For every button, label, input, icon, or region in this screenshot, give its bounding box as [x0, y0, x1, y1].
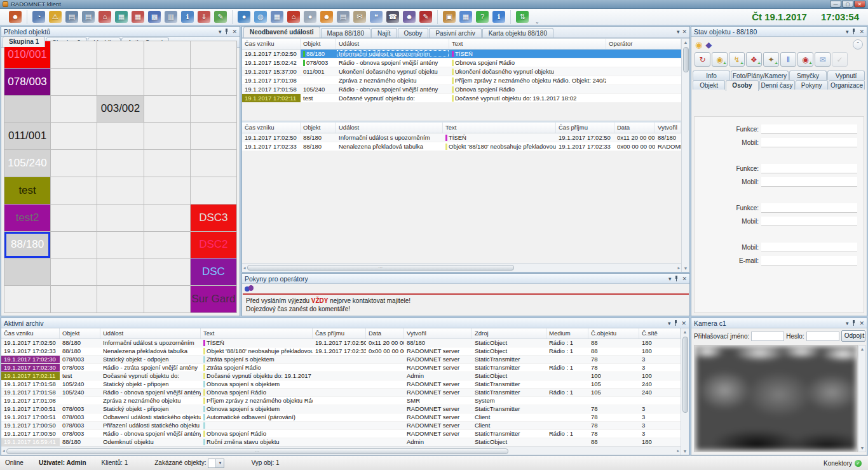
status-tab-objekt[interactable]: Objekt	[693, 80, 725, 90]
object-cell-011-001[interactable]: 011/001	[4, 123, 50, 149]
help-icon[interactable]: ?	[476, 11, 489, 23]
logout-user-icon[interactable]: ☻	[9, 11, 22, 23]
column-header[interactable]: Vytvořil	[404, 328, 472, 339]
events-tab-neodbaven-ud-losti[interactable]: Neodbavené události	[243, 27, 320, 37]
archive-row[interactable]: 19.1.2017 17:02:30078/003Statický objekt…	[1, 356, 681, 364]
column-header[interactable]: Zdroj	[472, 328, 546, 339]
field-input-mobil[interactable]	[761, 217, 857, 226]
field-input-funkce[interactable]	[761, 164, 857, 173]
object-cell-003-002[interactable]: 003/002	[97, 96, 143, 123]
status-tab-vypnut-[interactable]: Vypnutí	[827, 70, 865, 80]
event-row[interactable]: 19.1.2017 15:02:42078/003Rádio - obnova …	[242, 58, 681, 67]
object-cell-Sur-Gard[interactable]: Sur Gard	[191, 286, 236, 312]
mail-note-icon[interactable]: ✉	[815, 52, 831, 67]
column-header[interactable]: Čas vzniku	[1, 328, 60, 339]
add-lock-icon[interactable]: ◉+	[712, 52, 728, 67]
event-row[interactable]: 19.1.2017 17:01:58105/240Rádio - obnova …	[242, 85, 681, 94]
home-event-icon[interactable]: ⌂	[98, 11, 111, 23]
archive-row[interactable]: 19.1.2017 17:01:58105/240Rádio - obnova …	[1, 389, 681, 397]
archive-row[interactable]: 19.1.2017 17:00:51078/003Statický objekt…	[1, 405, 681, 413]
signature-icon[interactable]: ✎	[419, 11, 432, 23]
print-icon[interactable]: ▤	[337, 11, 349, 23]
events-tab-naj-t[interactable]: Najít	[371, 28, 397, 37]
column-header[interactable]: Objekt	[60, 328, 100, 339]
archive-row[interactable]: 19.1.2017 17:00:50078/003Přiřazení událo…	[1, 422, 681, 430]
event-detail-row[interactable]: 19.1.2017 17:02:5088/180Informační událo…	[242, 133, 681, 142]
events-tab-karta-objektu-88-180[interactable]: Karta objektu 88/180	[482, 28, 553, 37]
archive-row[interactable]: 19.1.2017 17:00:50078/003Rádio - obnova …	[1, 430, 681, 438]
pin-icon[interactable]	[674, 275, 679, 282]
reload-status-icon[interactable]: ↻	[695, 52, 710, 67]
pin-icon[interactable]	[851, 319, 857, 326]
column-header[interactable]: Data	[614, 123, 655, 133]
archive-vscrollbar[interactable]: ▲▼	[681, 328, 689, 455]
archive-cabinet-icon[interactable]: ▤	[65, 11, 78, 23]
object-cell-88-180[interactable]: 88/180	[4, 232, 50, 258]
calendar-info-icon[interactable]: ▦	[459, 11, 472, 23]
group-tab-skupina-1[interactable]: Skupina 1	[3, 36, 45, 47]
object-cell-078-003[interactable]: 078/003	[4, 69, 50, 95]
archive-row[interactable]: 19.1.2017 17:01:08Zpráva z neznámého obj…	[1, 397, 681, 405]
column-header[interactable]: Čas vzniku	[242, 123, 301, 133]
close-panel-icon[interactable]: ✕	[682, 276, 687, 282]
status-tab-smy-ky[interactable]: Smyčky	[789, 70, 827, 80]
object-cell-test2[interactable]: test2	[4, 205, 50, 231]
field-input-funkce[interactable]	[761, 124, 857, 134]
column-header[interactable]: Text	[443, 123, 556, 133]
archive-row[interactable]: 19.1.2017 17:00:51078/003Odbavení událos…	[1, 413, 681, 422]
archive-hscrollbar[interactable]: ◂⋯▸	[1, 446, 681, 455]
pin-icon[interactable]	[673, 319, 679, 326]
column-header[interactable]: Č.sítě	[639, 328, 681, 339]
column-header[interactable]: Medium	[546, 328, 588, 339]
events-tab-osoby[interactable]: Osoby	[398, 28, 429, 37]
close-panel-icon[interactable]: ✕	[232, 29, 237, 35]
events-tab-mapa-88-180[interactable]: Mapa 88/180	[321, 28, 370, 37]
close-panel-icon[interactable]: ✕	[859, 29, 864, 35]
home-alarm-icon[interactable]: ⌂	[287, 11, 300, 23]
about-icon[interactable]: ℹ	[492, 11, 505, 23]
column-header[interactable]: Událost	[336, 123, 443, 133]
events-hscrollbar[interactable]: ◂⋯▸	[242, 263, 681, 272]
column-header[interactable]: Text	[201, 328, 313, 339]
status-tab-osoby[interactable]: Osoby	[726, 80, 758, 91]
field-input-funkce[interactable]	[761, 203, 857, 213]
chat-icon[interactable]: ❝	[370, 11, 383, 23]
stats-icon[interactable]: ⇅	[516, 11, 529, 23]
object-cell-105-240[interactable]: 105/240	[4, 150, 50, 177]
minimize-button[interactable]: —	[830, 1, 841, 8]
phone-icon[interactable]: ☎	[386, 11, 399, 23]
disconnect-camera-button[interactable]: Odpojit kameru	[841, 330, 865, 342]
close-panel-icon[interactable]: ✕	[859, 320, 864, 326]
events-tab-pasivn-archiv[interactable]: Pasivní archiv	[429, 28, 481, 37]
doc-export-icon[interactable]: ⇓	[198, 11, 210, 23]
add-key-icon[interactable]: ✦+	[763, 52, 779, 67]
package-icon[interactable]: ▣	[443, 11, 456, 23]
toolbar-overflow-chevron-icon[interactable]: ⌄	[535, 19, 539, 25]
archive-cabinet2-icon[interactable]: ▤	[82, 11, 95, 23]
add-event-icon[interactable]: ◉+	[797, 52, 813, 67]
column-header[interactable]: Událost	[336, 39, 449, 49]
column-header[interactable]: Č.objektu	[588, 328, 639, 339]
object-cell-empty[interactable]	[4, 258, 50, 285]
column-header[interactable]: Data	[366, 328, 404, 339]
status-tab-denn-asy[interactable]: Denní časy	[759, 80, 795, 90]
panel-menu-icon[interactable]: ▾	[846, 320, 849, 326]
users-icon[interactable]: ☻	[320, 11, 333, 23]
event-row[interactable]: 19.1.2017 17:02:5088/180Informační událo…	[242, 50, 681, 58]
collapse-button[interactable]: ⌃	[853, 39, 863, 50]
panel-menu-icon[interactable]: ▾	[668, 320, 671, 326]
column-header[interactable]: Text	[449, 39, 606, 49]
column-header[interactable]: Událost	[100, 328, 201, 339]
object-cell-DSC2[interactable]: DSC2	[191, 232, 236, 258]
panel-menu-icon[interactable]: ▾	[846, 29, 849, 35]
events-vscrollbar[interactable]: ▲▼	[681, 39, 689, 272]
panel-menu-icon[interactable]: ▾	[677, 29, 680, 35]
object-cell-DSC[interactable]: DSC	[191, 258, 236, 285]
column-header[interactable]: Čas příjmu	[313, 328, 366, 339]
calendar-alert-icon[interactable]: ▦	[132, 11, 144, 23]
pin-icon[interactable]	[851, 28, 857, 35]
column-header[interactable]: Vytvořil	[655, 123, 681, 133]
panel-menu-icon[interactable]: ▾	[668, 276, 672, 282]
archive-row[interactable]: 19.1.2017 17:02:3388/180Nenalezena překl…	[1, 347, 681, 356]
archive-row[interactable]: 19.1.2017 17:02:5088/180Informační událo…	[1, 339, 681, 347]
